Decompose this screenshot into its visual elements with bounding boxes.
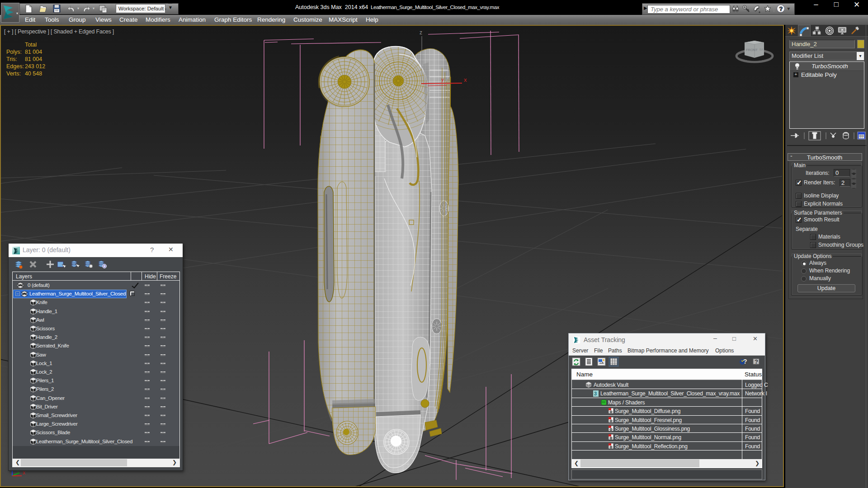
svg-text:?: ? (755, 358, 758, 365)
svg-text:BA: BA (760, 48, 764, 51)
svg-text:?: ? (743, 358, 747, 365)
svg-text:z: z (420, 29, 422, 36)
svg-text:x: x (464, 76, 467, 83)
svg-text:▾: ▾ (93, 6, 94, 10)
svg-text:▾: ▾ (77, 6, 79, 10)
svg-text:▾: ▾ (788, 6, 790, 11)
svg-text:y: y (441, 77, 444, 82)
svg-text:?: ? (779, 5, 783, 12)
svg-text:3: 3 (594, 391, 597, 396)
svg-text:FRONT: FRONT (746, 48, 758, 52)
